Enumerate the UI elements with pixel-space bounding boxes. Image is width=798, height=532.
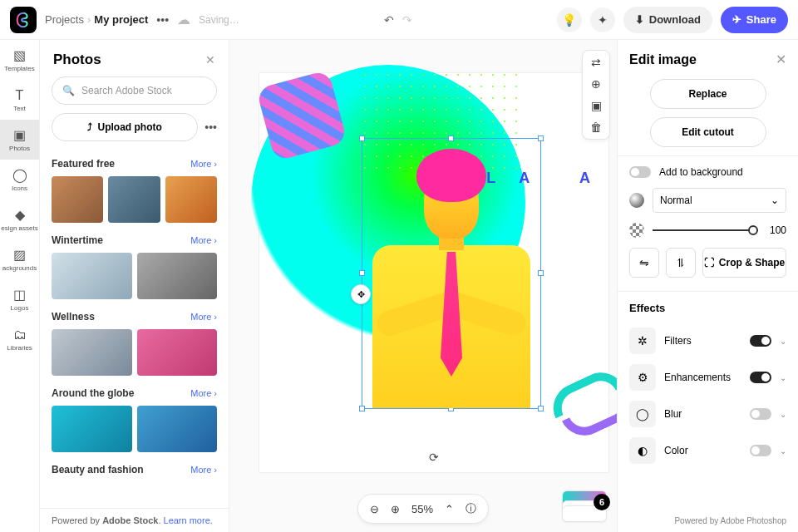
effect-toggle-enhancements[interactable] xyxy=(750,372,771,383)
zoom-in-button[interactable]: ⊕ xyxy=(391,503,400,515)
close-panel-button[interactable]: ✕ xyxy=(205,53,215,66)
zoom-value[interactable]: 55% xyxy=(411,503,433,515)
more-link[interactable]: More › xyxy=(190,312,217,322)
bg-icon: ▨ xyxy=(13,247,26,263)
effect-name: Color xyxy=(664,445,741,456)
templates-icon: ▧ xyxy=(13,47,26,63)
effect-icon: ◐ xyxy=(629,437,656,464)
share-icon: ✈ xyxy=(732,13,741,26)
move-handle[interactable]: ✥ xyxy=(351,284,371,304)
page-stack[interactable]: 6 xyxy=(562,502,607,522)
upload-menu-button[interactable]: ••• xyxy=(204,121,217,134)
effect-expand[interactable]: ⌄ xyxy=(780,337,786,346)
add-to-background-label: Add to background xyxy=(659,166,743,178)
logos-icon: ◫ xyxy=(13,287,26,303)
section-title: Around the globe xyxy=(52,387,134,399)
tips-button[interactable]: 💡 xyxy=(557,7,582,32)
breadcrumb[interactable]: Projects›My project xyxy=(45,13,148,26)
blend-icon xyxy=(629,193,644,208)
page-count-badge: 6 xyxy=(594,494,610,510)
selection-box[interactable] xyxy=(362,138,541,409)
delete-button[interactable]: 🗑 xyxy=(590,121,602,134)
photo-thumb[interactable] xyxy=(137,253,218,299)
download-button[interactable]: ⬇ Download xyxy=(623,7,712,33)
photo-thumb[interactable] xyxy=(137,329,218,376)
more-link[interactable]: More › xyxy=(190,465,217,475)
crop-shape-button[interactable]: ⛶ Crop & Shape xyxy=(702,248,786,278)
edit-cutout-button[interactable]: Edit cutout xyxy=(650,117,766,147)
more-link[interactable]: More › xyxy=(190,388,217,398)
shape-squiggle[interactable] xyxy=(547,379,617,454)
add-to-background-toggle[interactable] xyxy=(629,166,651,178)
search-icon: 🔍 xyxy=(62,85,75,96)
swap-button[interactable]: ⇄ xyxy=(591,56,601,69)
more-link[interactable]: More › xyxy=(190,159,217,169)
close-right-panel-button[interactable]: ✕ xyxy=(776,52,786,67)
opacity-slider[interactable] xyxy=(653,229,758,231)
zoom-out-button[interactable]: ⊖ xyxy=(370,503,379,515)
photo-thumb[interactable] xyxy=(52,329,132,376)
effect-expand[interactable]: ⌄ xyxy=(780,446,786,456)
rail-libraries[interactable]: 🗂Libraries xyxy=(0,319,39,359)
project-menu-button[interactable]: ••• xyxy=(156,13,169,27)
panel-title: Photos xyxy=(53,52,101,68)
powered-by-label: Powered by Adobe Photoshop xyxy=(674,516,786,525)
rail-templates[interactable]: ▧Templates xyxy=(0,40,39,80)
section-title: Beauty and fashion xyxy=(52,464,144,475)
learn-more-link[interactable]: Learn more. xyxy=(164,515,213,525)
upload-icon: ⤴ xyxy=(87,121,92,133)
save-status: Saving… xyxy=(199,14,239,26)
rail-bg[interactable]: ▨ackgrounds xyxy=(0,239,39,279)
opacity-value: 100 xyxy=(766,224,786,236)
add-button[interactable]: ⊕ xyxy=(591,77,601,91)
crop-icon: ⛶ xyxy=(704,257,714,268)
rail-text[interactable]: TText xyxy=(0,80,39,120)
effect-expand[interactable]: ⌄ xyxy=(780,410,786,419)
rotate-handle[interactable]: ⟳ xyxy=(429,451,439,464)
section-title: Wintertime xyxy=(52,234,103,246)
effect-toggle-filters[interactable] xyxy=(750,335,771,347)
settings-button[interactable]: ✦ xyxy=(590,7,615,32)
more-link[interactable]: More › xyxy=(190,235,217,245)
right-panel-title: Edit image xyxy=(629,52,697,67)
app-logo[interactable] xyxy=(10,7,37,33)
zoom-menu-button[interactable]: ⌃ xyxy=(445,503,454,515)
rail-assets[interactable]: ◆esign assets xyxy=(0,200,39,239)
photo-thumb[interactable] xyxy=(52,176,103,223)
upload-photo-button[interactable]: ⤴ Upload photo xyxy=(52,113,198,141)
group-button[interactable]: ▣ xyxy=(591,99,602,112)
share-button[interactable]: ✈ Share xyxy=(721,7,788,33)
photos-icon: ▣ xyxy=(13,127,26,143)
flip-vertical-button[interactable]: ⥮ xyxy=(666,248,696,278)
effect-toggle-blur[interactable] xyxy=(750,408,771,420)
photo-thumb[interactable] xyxy=(52,253,132,299)
photo-thumb[interactable] xyxy=(108,176,160,223)
rail-photos[interactable]: ▣Photos xyxy=(0,120,39,160)
blend-mode-select[interactable]: Normal⌄ xyxy=(653,188,786,213)
effect-name: Enhancements xyxy=(664,372,741,383)
download-icon: ⬇ xyxy=(635,13,644,26)
effect-expand[interactable]: ⌄ xyxy=(780,373,786,382)
section-title: Wellness xyxy=(52,311,95,323)
photo-thumb[interactable] xyxy=(137,406,218,452)
zoom-controls: ⊖ ⊕ 55% ⌃ ⓘ xyxy=(357,494,489,524)
photo-thumb[interactable] xyxy=(165,176,217,223)
redo-button[interactable]: ↷ xyxy=(402,13,412,27)
rail-logos[interactable]: ◫Logos xyxy=(0,279,39,319)
effects-heading: Effects xyxy=(629,302,786,314)
zoom-info-button[interactable]: ⓘ xyxy=(466,501,476,516)
effect-toggle-color[interactable] xyxy=(750,445,771,456)
selected-image-person[interactable] xyxy=(364,145,539,408)
text-icon: T xyxy=(16,88,24,103)
flip-horizontal-button[interactable]: ⇋ xyxy=(629,248,659,278)
photo-thumb[interactable] xyxy=(52,406,132,452)
search-input[interactable]: 🔍 Search Adobe Stock xyxy=(52,76,217,105)
effect-icon: ⚙ xyxy=(629,364,656,391)
canvas[interactable]: LA A ✥ ⟳ xyxy=(259,73,608,472)
rail-icons[interactable]: ◯Icons xyxy=(0,160,39,200)
panel-footer: Powered by Adobe Stock. Learn more. xyxy=(40,508,229,532)
undo-button[interactable]: ↶ xyxy=(384,13,394,27)
undo-redo: ↶ ↷ xyxy=(384,13,412,27)
assets-icon: ◆ xyxy=(15,207,25,223)
replace-button[interactable]: Replace xyxy=(650,79,766,109)
